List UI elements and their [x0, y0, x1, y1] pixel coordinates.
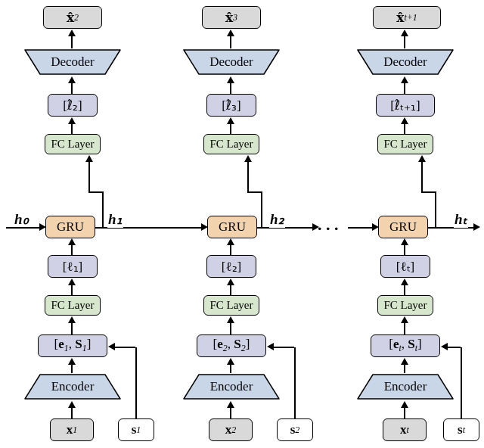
- input-x-c3: xt: [383, 418, 427, 441]
- decoder-label-c1: Decoder: [51, 54, 95, 69]
- arrow-l-gru-c3-h: [401, 238, 408, 245]
- elbow-h1-up-c1-h: [88, 191, 102, 193]
- elbow-h2-up-c2-v: [247, 161, 249, 192]
- arrow-lhat-dec-c1: [71, 83, 73, 94]
- decoder-c2: Decoder: [182, 48, 281, 76]
- gru-c2: GRU: [207, 216, 257, 238]
- embed-c1: [e1, S1]: [38, 334, 107, 357]
- arrow-dots-gru3: [348, 227, 374, 229]
- elbow-ht-up-c3-v: [421, 161, 423, 192]
- input-s-c1: s1: [118, 418, 154, 441]
- arrow-enc-emb-c3: [404, 364, 405, 373]
- decoder-c1: Decoder: [23, 48, 122, 76]
- fc-upper-c1: FC Layer: [45, 134, 101, 154]
- encoder-c2: Encoder: [182, 373, 281, 400]
- output-x2hat: x̂2: [43, 6, 102, 29]
- arrow-emb-fc-c3-h: [401, 316, 408, 323]
- decoder-label-c3: Decoder: [383, 54, 427, 69]
- arrow-fc-l-c3-h: [401, 278, 408, 285]
- arrow-x-enc-c2: [230, 408, 231, 418]
- arrow-fc-lhat-c3: [404, 123, 405, 134]
- arrow-fc-l-c1: [71, 285, 73, 295]
- fc-upper-c3: FC Layer: [377, 134, 433, 154]
- arrow-emb-fc-c1: [71, 322, 73, 334]
- input-s-c3: st: [443, 418, 479, 441]
- elbow-s-c1-v: [135, 347, 137, 418]
- arrow-enc-emb-c1: [71, 364, 73, 373]
- arrow-l-gru-c1-h: [68, 238, 76, 245]
- elbow-h1-up-c1-v2: [102, 191, 104, 227]
- encoder-label-c3: Encoder: [384, 379, 427, 394]
- latent-hat-c2: [ℓ̂₃]: [206, 94, 256, 117]
- arrow-dec-out-c3-h: [401, 30, 408, 36]
- arrow-l-gru-c1: [71, 244, 73, 255]
- arrow-x-enc-c1-h: [68, 401, 76, 408]
- fc-lower-c3: FC Layer: [377, 295, 433, 316]
- arrow-lhat-dec-c3: [404, 83, 405, 94]
- arrow-ht-head: [473, 223, 480, 231]
- arrow-dec-out-c2-h: [227, 30, 234, 36]
- elbow-s-c1-head: [108, 343, 115, 350]
- arrow-enc-emb-c2-h: [227, 358, 234, 365]
- arrow-dec-out-c3: [404, 36, 405, 48]
- output-x3hat: x̂3: [202, 6, 261, 29]
- arrow-emb-fc-c1-h: [68, 316, 76, 323]
- arrow-emb-fc-c2-h: [227, 316, 234, 323]
- elbow-h2-up-c2-h: [247, 191, 261, 193]
- elbow-s-c3-h: [447, 347, 461, 348]
- arrow-emb-fc-c3: [404, 322, 405, 334]
- arrow-h2-line: [257, 227, 314, 229]
- arrow-fc-lhat-c2: [230, 123, 231, 134]
- h2-label: h₂: [269, 210, 285, 228]
- fc-lower-c2: FC Layer: [203, 295, 259, 316]
- arrow-lhat-dec-c3-h: [401, 76, 408, 83]
- latent-c1: [ℓ₁]: [48, 255, 98, 278]
- arrow-ht-line: [428, 227, 475, 229]
- embed-c3: [et, St]: [371, 334, 440, 357]
- elbow-s-c1-h: [114, 347, 135, 348]
- h0-label: h₀: [14, 210, 29, 228]
- arrow-x-enc-c2-h: [227, 401, 234, 408]
- gru-c1: GRU: [45, 216, 95, 238]
- elbow-ht-up-c3-h: [421, 191, 435, 193]
- fc-upper-c2: FC Layer: [203, 134, 259, 154]
- elbow-ht-up-c3-v2: [435, 191, 436, 227]
- elbow-h2-up-c2-v2: [261, 191, 262, 227]
- elbow-s-c2-v: [294, 347, 296, 418]
- latent-hat-c1: [ℓ̂₂]: [48, 94, 98, 117]
- arrow-fc-lhat-c1: [71, 123, 73, 134]
- elbow-s-c3-head: [441, 343, 448, 350]
- arrow-dec-out-c1: [71, 36, 73, 48]
- arrow-l-gru-c2-h: [227, 238, 234, 245]
- input-s-c2: s2: [277, 418, 313, 441]
- output-xt1hat: x̂t+1: [373, 6, 441, 29]
- input-x-c2: x2: [209, 418, 253, 441]
- arrow-enc-emb-c2: [230, 364, 231, 373]
- encoder-c1: Encoder: [23, 373, 122, 400]
- arrow-l-gru-c3: [404, 244, 405, 255]
- ht-label: hₜ: [454, 210, 468, 228]
- encoder-label-c2: Encoder: [210, 379, 253, 394]
- arrow-fc-l-c3: [404, 285, 405, 295]
- arrow-enc-emb-c1-h: [68, 358, 76, 365]
- arrow-enc-emb-c3-h: [401, 358, 408, 365]
- ellipsis: · · ·: [318, 219, 339, 238]
- arrow-dec-out-c2: [230, 36, 231, 48]
- elbow-ht-up-c3-h2: [418, 155, 426, 162]
- arrow-fc-l-c1-h: [68, 278, 76, 285]
- elbow-h1-up-c1-h2: [85, 155, 93, 162]
- arrow-fc-l-c2: [230, 285, 231, 295]
- arrow-fc-lhat-c2-h: [227, 117, 234, 124]
- latent-c2: [ℓ₂]: [206, 255, 256, 278]
- gru-c3: GRU: [378, 216, 428, 238]
- arrow-l-gru-c2: [230, 244, 231, 255]
- decoder-c3: Decoder: [356, 48, 455, 76]
- decoder-label-c2: Decoder: [209, 54, 253, 69]
- arrow-emb-fc-c2: [230, 322, 231, 334]
- elbow-h2-up-c2-h2: [244, 155, 252, 162]
- arrow-fc-l-c2-h: [227, 278, 234, 285]
- arrow-dec-out-c1-h: [68, 30, 76, 36]
- embed-c2: [e2, S2]: [197, 334, 266, 357]
- elbow-s-c2-h: [273, 347, 294, 348]
- latent-c3: [ℓₜ]: [380, 255, 430, 278]
